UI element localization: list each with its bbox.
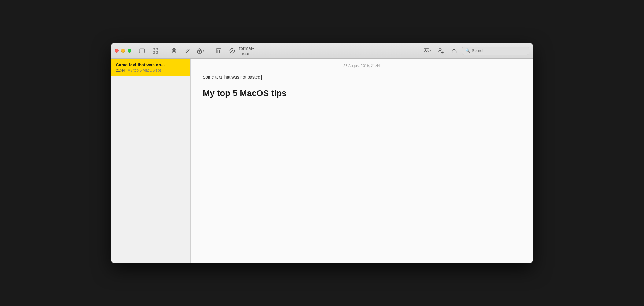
contact-icon [437, 47, 444, 54]
lock-chevron-icon: ▾ [203, 49, 204, 52]
grid-icon [153, 48, 158, 54]
grid-view-button[interactable] [150, 45, 161, 56]
sidebar-icon [139, 48, 145, 54]
svg-line-8 [188, 49, 189, 50]
note-content-area: 28 August 2019, 21:44 Some text that was… [191, 59, 533, 263]
svg-rect-16 [424, 48, 429, 53]
svg-point-10 [199, 51, 200, 52]
divider-1 [165, 47, 165, 55]
svg-rect-0 [139, 49, 144, 53]
share-button[interactable] [449, 45, 460, 56]
image-icon [424, 48, 429, 54]
sidebar-toggle-button[interactable] [136, 45, 147, 56]
note-list-item[interactable]: Some text that was no... 21:44 My top 5 … [111, 59, 190, 76]
delete-button[interactable] [168, 45, 180, 56]
note-item-time: 21:44 [116, 68, 125, 73]
search-input[interactable] [472, 48, 526, 53]
minimize-button[interactable] [121, 49, 125, 53]
text-cursor [261, 75, 262, 80]
lock-button[interactable]: ▾ [195, 45, 205, 56]
notes-window: ▾ format-icon [111, 43, 533, 263]
contact-button[interactable] [435, 45, 446, 56]
traffic-lights [115, 49, 131, 53]
note-body: Some text that was not pasted. My top 5 … [191, 72, 533, 263]
checklist-button[interactable] [227, 45, 238, 56]
note-item-meta: 21:44 My top 5 MacOS tips [116, 68, 185, 73]
format-button[interactable]: format-icon [240, 45, 253, 56]
svg-point-18 [439, 48, 441, 50]
note-item-title: Some text that was no... [116, 62, 185, 67]
format-label: format-icon [239, 46, 254, 56]
note-plain-text[interactable]: Some text that was not pasted. [203, 74, 521, 80]
note-heading[interactable]: My top 5 MacOS tips [203, 88, 521, 99]
note-item-preview: My top 5 MacOS tips [128, 68, 161, 73]
sidebar: Some text that was no... 21:44 My top 5 … [111, 59, 191, 263]
content-area: Some text that was no... 21:44 My top 5 … [111, 59, 533, 263]
search-box[interactable]: 🔍 [462, 47, 529, 55]
svg-rect-3 [156, 48, 158, 50]
note-date: 28 August 2019, 21:44 [191, 59, 533, 72]
svg-rect-2 [153, 48, 155, 50]
svg-rect-5 [156, 51, 158, 53]
lock-icon [197, 48, 202, 54]
table-button[interactable] [213, 45, 224, 56]
compose-icon [185, 48, 190, 54]
titlebar: ▾ format-icon [111, 43, 533, 59]
trash-icon [171, 48, 177, 54]
svg-point-15 [230, 48, 234, 53]
maximize-button[interactable] [128, 49, 131, 53]
search-icon: 🔍 [465, 48, 470, 53]
divider-2 [209, 47, 209, 55]
svg-rect-11 [216, 48, 221, 53]
image-button[interactable]: ▾ [423, 45, 433, 56]
table-icon [216, 48, 221, 54]
svg-rect-4 [153, 51, 155, 53]
share-icon [451, 48, 457, 54]
checklist-icon [229, 48, 235, 54]
image-chevron-icon: ▾ [430, 49, 431, 52]
compose-button[interactable] [182, 45, 193, 56]
close-button[interactable] [115, 49, 119, 53]
